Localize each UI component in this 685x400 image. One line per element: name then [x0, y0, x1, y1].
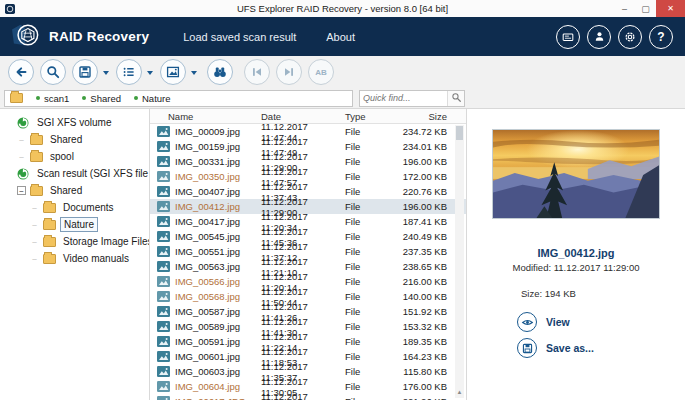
folder-icon: [43, 220, 56, 230]
file-type: File: [345, 306, 391, 317]
encoding-button: AB: [308, 59, 334, 85]
minimize-button[interactable]: –: [614, 0, 635, 17]
tree-item-scan-result-sgi-xfs-file-system-3-72-gb[interactable]: Scan result (SGI XFS file system; 3.72 G…: [0, 165, 149, 182]
quick-find-input[interactable]: [360, 93, 447, 103]
size-value: 194 KB: [545, 288, 576, 299]
folder-tree: SGI XFS volume–Shared–spoolScan result (…: [0, 109, 150, 400]
column-header-date[interactable]: Date: [261, 111, 345, 122]
volume-icon: [17, 168, 30, 180]
green-dot-icon: [36, 96, 40, 100]
file-type: File: [345, 321, 391, 332]
main-area: SGI XFS volume–Shared–spoolScan result (…: [0, 108, 685, 400]
title-bar: UFS Explorer RAID Recovery - version 8.0…: [0, 0, 685, 17]
file-size: 234.01 KB: [391, 141, 451, 152]
view-options-button-dropdown-caret-icon[interactable]: [147, 71, 153, 78]
menu-load-saved-scan-result[interactable]: Load saved scan result: [183, 31, 296, 43]
breadcrumb-item[interactable]: scan1: [36, 93, 69, 104]
help-icon[interactable]: ?: [649, 25, 673, 49]
column-header-name[interactable]: Name: [150, 111, 261, 122]
green-dot-icon: [82, 96, 86, 100]
tree-item-shared[interactable]: −Shared: [0, 182, 149, 199]
file-size: 240.49 KB: [391, 231, 451, 242]
save-button-dropdown-caret-icon[interactable]: [103, 71, 109, 78]
file-type: File: [345, 336, 391, 347]
tree-item-label: Shared: [47, 133, 85, 146]
file-type: File: [345, 141, 391, 152]
file-type: File: [345, 246, 391, 257]
image-file-icon: [157, 141, 170, 152]
image-file-icon: [157, 216, 170, 227]
save-button[interactable]: [72, 59, 98, 85]
file-type: File: [345, 126, 391, 137]
file-type: File: [345, 201, 391, 212]
tree-item-documents[interactable]: –Documents: [0, 199, 149, 216]
binoculars-icon: [212, 64, 228, 80]
file-size: 196.00 KB: [391, 156, 451, 167]
tree-item-sgi-xfs-volume[interactable]: SGI XFS volume: [0, 114, 149, 131]
find-button[interactable]: [207, 59, 233, 85]
license-card-icon[interactable]: [556, 25, 580, 49]
floppy-icon: [77, 64, 93, 80]
nav-bar: RAID Recovery Load saved scan result Abo…: [0, 17, 685, 56]
back-button[interactable]: [8, 59, 34, 85]
tree-item-storage-image-files[interactable]: –Storage Image Files: [0, 233, 149, 250]
file-type: File: [345, 261, 391, 272]
vertical-scrollbar[interactable]: ▲: [455, 125, 464, 398]
file-name: IMG_00563.jpg: [175, 261, 240, 272]
tree-item-label: Documents: [60, 201, 117, 214]
settings-gear-icon[interactable]: [618, 25, 642, 49]
image-file-icon: [157, 201, 170, 212]
file-name: IMG_00603.jpg: [175, 366, 240, 377]
close-button[interactable]: ✕: [656, 0, 685, 17]
ab-text-icon: AB: [313, 64, 329, 80]
scan-button[interactable]: [40, 59, 66, 85]
tree-item-nature[interactable]: –Nature: [0, 216, 149, 233]
breadcrumb-item[interactable]: Nature: [134, 93, 171, 104]
save-as-button[interactable]: Save as...: [517, 338, 594, 358]
folder-icon: [43, 237, 56, 247]
file-name: IMG_00407.jpg: [175, 186, 240, 197]
image-tools-button[interactable]: [160, 59, 186, 85]
file-type: File: [345, 186, 391, 197]
preview-image: [492, 129, 660, 219]
folder-icon: [30, 152, 43, 162]
tree-branch-icon: –: [30, 254, 39, 263]
tree-branch-icon: –: [17, 152, 26, 161]
image-file-icon: [157, 366, 170, 377]
image-file-icon: [157, 351, 170, 362]
menu-about[interactable]: About: [326, 31, 355, 43]
file-size: 216.00 KB: [391, 276, 451, 287]
quick-find: [359, 90, 465, 107]
scroll-up-arrow-icon[interactable]: ▲: [455, 389, 464, 395]
svg-text:AB: AB: [315, 68, 327, 77]
scrollbar-thumb[interactable]: [456, 126, 463, 140]
folder-icon: [30, 186, 43, 196]
tree-item-shared[interactable]: –Shared: [0, 131, 149, 148]
column-header-type[interactable]: Type: [345, 111, 391, 122]
green-dot-icon: [134, 96, 138, 100]
quick-find-search-button[interactable]: [447, 91, 464, 106]
preview-filename: IMG_00412.jpg: [537, 247, 614, 259]
file-name: IMG_00591.jpg: [175, 336, 240, 347]
view-options-button[interactable]: [116, 59, 142, 85]
brand: RAID Recovery: [10, 22, 149, 51]
picture-icon: [165, 64, 181, 80]
next-item-button: [276, 59, 302, 85]
maximize-button[interactable]: ▢: [635, 0, 656, 17]
tree-item-video-manuals[interactable]: –Video manuals: [0, 250, 149, 267]
collapse-icon: −: [17, 186, 26, 195]
user-icon[interactable]: [587, 25, 611, 49]
floppy-icon: [517, 338, 537, 358]
column-header-size[interactable]: Size: [391, 111, 451, 122]
breadcrumb-item[interactable]: Shared: [82, 93, 121, 104]
image-tools-button-dropdown-caret-icon[interactable]: [191, 71, 197, 78]
tree-item-spool[interactable]: –spool: [0, 148, 149, 165]
tree-item-label: Nature: [60, 217, 98, 232]
tree-item-label: spool: [47, 150, 77, 163]
file-name: IMG_00350.jpg: [175, 171, 240, 182]
file-row[interactable]: IMG_00617.JPG11.12.2017 11:30:35File221.…: [150, 394, 466, 400]
modified-label: Modified:: [513, 262, 552, 273]
image-file-icon: [157, 276, 170, 287]
view-button[interactable]: View: [517, 312, 594, 332]
file-name: IMG_00551.jpg: [175, 246, 240, 257]
